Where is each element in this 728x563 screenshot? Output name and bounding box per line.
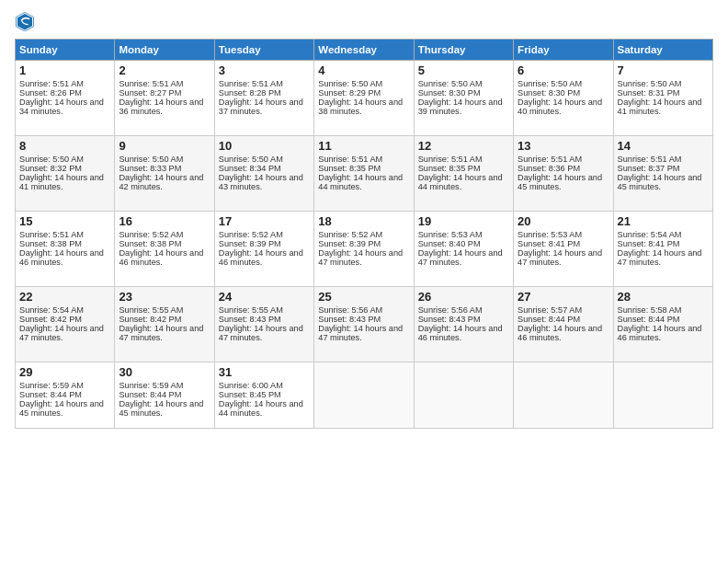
sunset: Sunset: 8:42 PM xyxy=(119,315,181,324)
day-number: 18 xyxy=(318,214,409,228)
daylight: Daylight: 14 hours and 44 minutes. xyxy=(318,173,403,191)
daylight: Daylight: 14 hours and 46 minutes. xyxy=(19,248,104,267)
daylight: Daylight: 14 hours and 45 minutes. xyxy=(618,173,702,191)
calendar-cell: 10Sunrise: 5:50 AMSunset: 8:34 PMDayligh… xyxy=(214,136,313,212)
week-row-5: 29Sunrise: 5:59 AMSunset: 8:44 PMDayligh… xyxy=(16,362,713,429)
daylight: Daylight: 14 hours and 41 minutes. xyxy=(618,98,702,116)
day-number: 8 xyxy=(19,139,110,153)
sunrise: Sunrise: 5:55 AM xyxy=(119,305,183,315)
day-number: 21 xyxy=(618,214,709,228)
daylight: Daylight: 14 hours and 34 minutes. xyxy=(19,98,104,116)
day-number: 31 xyxy=(219,365,310,379)
sunset: Sunset: 8:33 PM xyxy=(119,164,181,173)
daylight: Daylight: 14 hours and 39 minutes. xyxy=(418,98,503,116)
sunset: Sunset: 8:26 PM xyxy=(19,88,82,98)
daylight: Daylight: 14 hours and 44 minutes. xyxy=(219,399,303,418)
calendar-cell: 19Sunrise: 5:53 AMSunset: 8:40 PMDayligh… xyxy=(414,212,513,287)
day-number: 12 xyxy=(418,139,509,153)
sunset: Sunset: 8:28 PM xyxy=(219,88,281,98)
sunrise: Sunrise: 5:50 AM xyxy=(119,155,183,164)
sunrise: Sunrise: 5:51 AM xyxy=(19,230,84,239)
sunrise: Sunrise: 5:51 AM xyxy=(618,155,682,164)
day-number: 28 xyxy=(618,290,709,304)
sunset: Sunset: 8:39 PM xyxy=(219,239,281,248)
sunrise: Sunrise: 5:50 AM xyxy=(418,79,483,88)
sunset: Sunset: 8:39 PM xyxy=(318,239,381,248)
sunset: Sunset: 8:42 PM xyxy=(19,315,82,324)
day-number: 5 xyxy=(418,63,509,77)
sunrise: Sunrise: 5:51 AM xyxy=(418,155,483,164)
daylight: Daylight: 14 hours and 47 minutes. xyxy=(418,248,503,267)
calendar-cell: 30Sunrise: 5:59 AMSunset: 8:44 PMDayligh… xyxy=(115,362,214,429)
day-number: 14 xyxy=(618,139,709,153)
day-number: 10 xyxy=(219,139,310,153)
week-row-1: 1Sunrise: 5:51 AMSunset: 8:26 PMDaylight… xyxy=(16,61,713,136)
calendar-cell xyxy=(613,362,712,429)
daylight: Daylight: 14 hours and 45 minutes. xyxy=(19,399,104,418)
calendar-cell xyxy=(514,362,613,429)
calendar-cell: 29Sunrise: 5:59 AMSunset: 8:44 PMDayligh… xyxy=(16,362,115,429)
sunrise: Sunrise: 5:50 AM xyxy=(219,155,283,164)
day-number: 17 xyxy=(219,214,310,228)
day-number: 1 xyxy=(19,63,110,77)
sunrise: Sunrise: 5:51 AM xyxy=(219,79,283,88)
calendar-cell: 12Sunrise: 5:51 AMSunset: 8:35 PMDayligh… xyxy=(414,136,513,212)
sunrise: Sunrise: 5:59 AM xyxy=(119,381,183,390)
sunrise: Sunrise: 5:51 AM xyxy=(518,155,582,164)
day-header-thursday: Thursday xyxy=(414,40,513,61)
sunset: Sunset: 8:43 PM xyxy=(418,315,481,324)
day-number: 16 xyxy=(119,214,210,228)
sunrise: Sunrise: 5:53 AM xyxy=(518,230,582,239)
sunrise: Sunrise: 5:51 AM xyxy=(119,79,183,88)
calendar-cell: 17Sunrise: 5:52 AMSunset: 8:39 PMDayligh… xyxy=(214,212,313,287)
sunrise: Sunrise: 5:55 AM xyxy=(219,305,283,315)
daylight: Daylight: 14 hours and 47 minutes. xyxy=(518,248,602,267)
sunrise: Sunrise: 5:53 AM xyxy=(418,230,483,239)
sunset: Sunset: 8:38 PM xyxy=(19,239,82,248)
calendar-cell: 18Sunrise: 5:52 AMSunset: 8:39 PMDayligh… xyxy=(314,212,414,287)
calendar-cell: 8Sunrise: 5:50 AMSunset: 8:32 PMDaylight… xyxy=(16,136,115,212)
calendar-cell: 24Sunrise: 5:55 AMSunset: 8:43 PMDayligh… xyxy=(214,287,313,362)
calendar-cell: 28Sunrise: 5:58 AMSunset: 8:44 PMDayligh… xyxy=(613,287,712,362)
daylight: Daylight: 14 hours and 37 minutes. xyxy=(219,98,303,116)
sunset: Sunset: 8:29 PM xyxy=(318,88,381,98)
day-header-saturday: Saturday xyxy=(613,40,712,61)
day-header-wednesday: Wednesday xyxy=(314,40,414,61)
daylight: Daylight: 14 hours and 46 minutes. xyxy=(119,248,203,267)
logo xyxy=(15,11,39,31)
calendar-cell: 27Sunrise: 5:57 AMSunset: 8:44 PMDayligh… xyxy=(514,287,613,362)
day-number: 20 xyxy=(518,214,609,228)
day-number: 15 xyxy=(19,214,110,228)
day-number: 22 xyxy=(19,290,110,304)
calendar-cell: 1Sunrise: 5:51 AMSunset: 8:26 PMDaylight… xyxy=(16,61,115,136)
sunset: Sunset: 8:38 PM xyxy=(119,239,181,248)
daylight: Daylight: 14 hours and 47 minutes. xyxy=(19,324,104,342)
header xyxy=(15,11,713,31)
daylight: Daylight: 14 hours and 42 minutes. xyxy=(119,173,203,191)
daylight: Daylight: 14 hours and 45 minutes. xyxy=(119,399,203,418)
sunrise: Sunrise: 5:51 AM xyxy=(19,79,84,88)
daylight: Daylight: 14 hours and 45 minutes. xyxy=(518,173,602,191)
day-header-monday: Monday xyxy=(115,40,214,61)
sunrise: Sunrise: 5:54 AM xyxy=(19,305,84,315)
sunset: Sunset: 8:43 PM xyxy=(318,315,381,324)
day-number: 7 xyxy=(618,63,709,77)
day-number: 3 xyxy=(219,63,310,77)
sunset: Sunset: 8:30 PM xyxy=(518,88,580,98)
sunset: Sunset: 8:31 PM xyxy=(618,88,680,98)
sunrise: Sunrise: 6:00 AM xyxy=(219,381,283,390)
svg-marker-0 xyxy=(17,14,32,30)
logo-icon xyxy=(15,11,35,31)
daylight: Daylight: 14 hours and 47 minutes. xyxy=(318,248,403,267)
sunrise: Sunrise: 5:59 AM xyxy=(19,381,84,390)
sunrise: Sunrise: 5:50 AM xyxy=(618,79,682,88)
day-number: 9 xyxy=(119,139,210,153)
calendar-cell: 7Sunrise: 5:50 AMSunset: 8:31 PMDaylight… xyxy=(613,61,712,136)
sunset: Sunset: 8:41 PM xyxy=(518,239,580,248)
daylight: Daylight: 14 hours and 46 minutes. xyxy=(418,324,503,342)
sunrise: Sunrise: 5:52 AM xyxy=(318,230,382,239)
day-number: 27 xyxy=(518,290,609,304)
calendar-cell: 23Sunrise: 5:55 AMSunset: 8:42 PMDayligh… xyxy=(115,287,214,362)
daylight: Daylight: 14 hours and 47 minutes. xyxy=(318,324,403,342)
day-header-sunday: Sunday xyxy=(16,40,115,61)
